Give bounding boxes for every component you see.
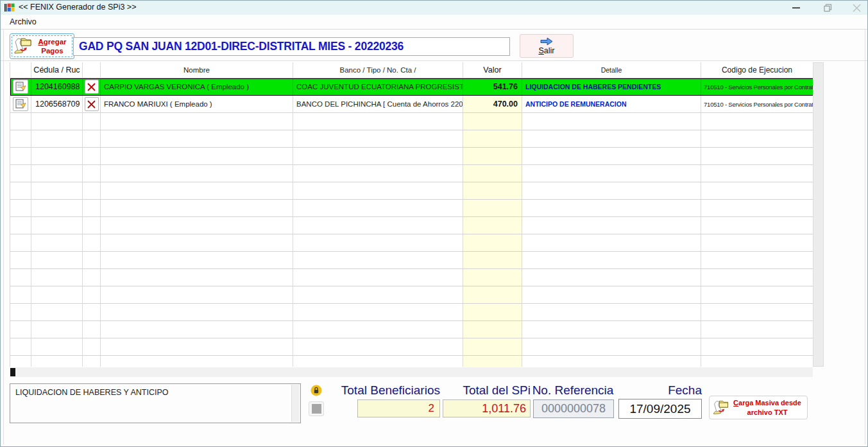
- empty-cell: [83, 234, 101, 252]
- table-row[interactable]: 1206568709FRANCO MARIUXI ( Empleado )BAN…: [10, 96, 813, 113]
- agregar-pagos-button[interactable]: Agregar Pagos: [10, 33, 74, 59]
- valor-cell: 470.00: [463, 96, 522, 113]
- empty-cell: [701, 217, 813, 234]
- empty-cell: [701, 182, 813, 200]
- entity-title-field[interactable]: GAD PQ SAN JUAN 12D01-DIREC-DISTRITAL MI…: [73, 37, 510, 56]
- empty-cell: [101, 148, 293, 165]
- empty-cell: [101, 304, 293, 321]
- empty-cell: [10, 356, 31, 367]
- empty-cell: [293, 130, 463, 148]
- gray-toggle-button[interactable]: [309, 401, 324, 416]
- empty-cell: [463, 304, 522, 321]
- empty-cell: [31, 113, 83, 130]
- grid-header-row: Cédula / Ruc Nombre Banco / Tipo / No. C…: [10, 62, 813, 78]
- empty-cell: [463, 165, 522, 182]
- empty-cell: [10, 338, 31, 356]
- menu-archivo[interactable]: Archivo: [7, 17, 39, 27]
- empty-cell: [101, 200, 293, 217]
- empty-cell: [293, 165, 463, 182]
- empty-cell: [463, 252, 522, 269]
- carga-masiva-button[interactable]: Carga Masiva desde archivo TXT: [709, 396, 808, 419]
- empty-cell: [83, 113, 101, 130]
- restore-button[interactable]: [817, 1, 838, 15]
- empty-cell: [101, 252, 293, 269]
- empty-cell: [83, 338, 101, 356]
- empty-cell: [101, 269, 293, 286]
- empty-cell: [10, 252, 31, 269]
- empty-cell: [463, 269, 522, 286]
- grid-vertical-scrollbar[interactable]: [813, 62, 824, 367]
- edit-row-button[interactable]: [13, 97, 28, 111]
- empty-cell: [31, 356, 83, 367]
- header-detalle: Detalle: [522, 62, 701, 78]
- empty-cell: [522, 234, 701, 252]
- table-row[interactable]: 1204160988CARPIO VARGAS VERONICA ( Emple…: [10, 78, 813, 96]
- empty-cell: [31, 200, 83, 217]
- empty-cell: [522, 269, 701, 286]
- empty-cell: [701, 338, 813, 356]
- empty-cell: [293, 269, 463, 286]
- empty-table-row: [10, 217, 813, 234]
- fecha-label: Fecha: [620, 383, 702, 398]
- empty-cell: [701, 130, 813, 148]
- hscroll-thumb[interactable]: [10, 368, 15, 376]
- empty-cell: [101, 286, 293, 304]
- empty-cell: [10, 130, 31, 148]
- salir-button[interactable]: Salir: [520, 34, 574, 58]
- empty-cell: [31, 217, 83, 234]
- fecha-value[interactable]: 17/09/2025: [618, 399, 702, 419]
- empty-cell: [293, 113, 463, 130]
- close-button[interactable]: [846, 1, 867, 15]
- empty-cell: [31, 165, 83, 182]
- delete-row-button-cell: [83, 78, 101, 96]
- descripcion-scrollbar[interactable]: [291, 385, 300, 422]
- app-window: << FENIX Generador de SPi3 >> Archivo: [0, 0, 868, 447]
- delete-row-button[interactable]: [85, 80, 99, 94]
- empty-cell: [31, 269, 83, 286]
- empty-cell: [83, 356, 101, 367]
- empty-cell: [293, 356, 463, 367]
- empty-cell: [522, 286, 701, 304]
- client-frame-right: [865, 30, 865, 444]
- empty-cell: [10, 182, 31, 200]
- empty-cell: [101, 182, 293, 200]
- empty-cell: [31, 304, 83, 321]
- carga-masiva-folder-icon: [712, 399, 730, 417]
- empty-table-row: [10, 286, 813, 304]
- empty-cell: [293, 148, 463, 165]
- empty-cell: [10, 200, 31, 217]
- empty-cell: [101, 113, 293, 130]
- toolbar-separator: [1, 60, 867, 61]
- empty-cell: [293, 252, 463, 269]
- empty-cell: [522, 338, 701, 356]
- empty-cell: [101, 338, 293, 356]
- header-delete-col: [83, 62, 101, 78]
- empty-cell: [83, 130, 101, 148]
- carga-masiva-label: Carga Masiva desde archivo TXT: [730, 398, 804, 417]
- empty-cell: [31, 182, 83, 200]
- header-banco: Banco / Tipo / No. Cta /: [293, 62, 463, 78]
- empty-table-row: [10, 304, 813, 321]
- delete-row-button[interactable]: [85, 97, 99, 111]
- total-spi-value: 1,011.76: [443, 399, 531, 417]
- empty-cell: [522, 165, 701, 182]
- empty-cell: [293, 304, 463, 321]
- valor-cell: 541.76: [463, 78, 522, 96]
- grid-horizontal-scrollbar[interactable]: [10, 367, 813, 377]
- edit-row-button[interactable]: [13, 80, 28, 94]
- empty-cell: [10, 304, 31, 321]
- empty-cell: [101, 217, 293, 234]
- empty-cell: [10, 165, 31, 182]
- minimize-button[interactable]: [785, 1, 807, 15]
- empty-cell: [101, 234, 293, 252]
- empty-cell: [463, 113, 522, 130]
- empty-cell: [83, 321, 101, 338]
- empty-cell: [31, 321, 83, 338]
- empty-cell: [83, 252, 101, 269]
- empty-cell: [463, 286, 522, 304]
- empty-cell: [31, 338, 83, 356]
- descripcion-textbox[interactable]: LIQUIDACION DE HABERES Y ANTICIPO: [10, 383, 301, 423]
- empty-cell: [522, 130, 701, 148]
- empty-table-row: [10, 165, 813, 182]
- payments-grid: Cédula / Ruc Nombre Banco / Tipo / No. C…: [10, 62, 813, 367]
